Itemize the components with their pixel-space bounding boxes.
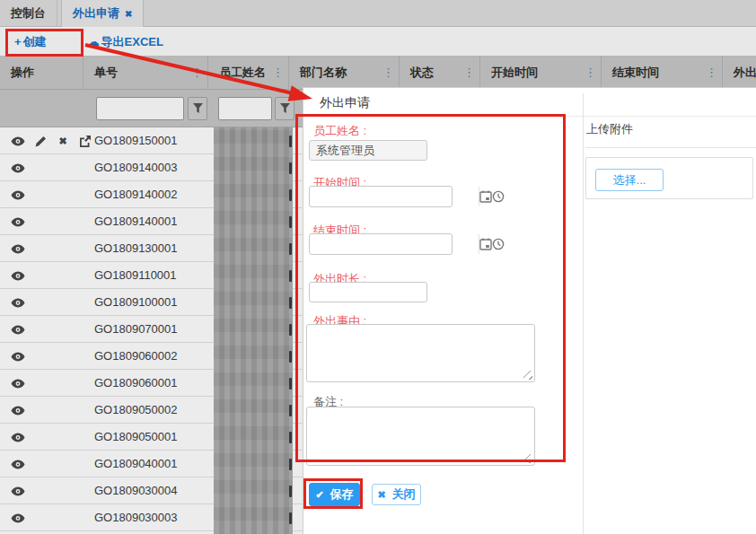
clipped-department-text (289, 459, 292, 470)
column-menu-icon[interactable]: ⋮ (382, 56, 394, 90)
end-time-field[interactable] (310, 234, 479, 254)
resize-handle-icon[interactable] (523, 371, 532, 380)
employee-name-field[interactable] (309, 140, 427, 161)
order-no-filter-input[interactable] (96, 97, 184, 120)
column-header-end-time[interactable]: 结束时间⋮ (602, 56, 723, 90)
view-icon[interactable] (11, 322, 25, 337)
order-number-cell: GO1809140003 (94, 154, 178, 181)
order-number-cell: GO1809040001 (94, 451, 178, 477)
clipped-department-text (289, 512, 292, 524)
tab-console[interactable]: 控制台 (0, 0, 57, 27)
resize-handle-icon[interactable] (523, 454, 532, 463)
create-button[interactable]: + 创建 (14, 34, 47, 50)
tab-outing-request[interactable]: 外出申请✖ (61, 0, 144, 27)
end-time-picker (309, 233, 453, 255)
save-button[interactable]: ✔ 保存 (309, 483, 360, 506)
delete-icon[interactable]: ✖ (56, 134, 70, 148)
edit-icon[interactable] (33, 134, 48, 148)
order-number-cell: GO1809140001 (94, 208, 178, 235)
employee-name-filter-button[interactable] (275, 97, 294, 120)
order-number-cell: GO1809070001 (94, 316, 178, 343)
column-menu-icon[interactable]: ⋮ (191, 56, 203, 90)
order-no-filter-button[interactable] (188, 97, 207, 120)
order-number-cell: GO1809100001 (94, 289, 178, 316)
row-actions: ✖ (11, 504, 92, 531)
view-icon[interactable] (11, 349, 25, 363)
view-icon[interactable] (11, 241, 25, 256)
export-button-label: 导出EXCEL (101, 34, 163, 50)
column-menu-icon[interactable]: ⋮ (585, 56, 596, 90)
remark-textarea-wrap (306, 407, 535, 466)
view-icon[interactable] (11, 430, 25, 444)
outing-request-dialog: 外出申请 员工姓名 : 开始时间 : 结束时间 : 外出时长 : 外 (303, 87, 756, 534)
employee-name-filter-input[interactable] (218, 97, 272, 120)
view-icon[interactable] (11, 161, 25, 175)
export-excel-button[interactable]: ☁ 导出EXCEL (88, 34, 163, 50)
row-actions: ✖ (11, 343, 92, 370)
column-header-start-time[interactable]: 开始时间⋮ (480, 56, 602, 90)
tab-close-icon[interactable]: ✖ (125, 9, 132, 19)
order-number-cell: GO1809050001 (94, 424, 178, 451)
clipped-department-text (289, 432, 292, 443)
clock-icon[interactable] (492, 187, 505, 206)
clipped-department-text (289, 405, 292, 416)
order-number-cell: GO1809110001 (94, 262, 177, 289)
x-icon: ✖ (377, 489, 385, 501)
view-icon[interactable] (11, 484, 25, 498)
remark-textarea[interactable] (307, 407, 534, 465)
redacted-employee-names (214, 127, 293, 534)
clipped-department-text (289, 270, 292, 282)
column-header-outing[interactable]: 外出 (723, 56, 756, 90)
start-time-field[interactable] (310, 187, 479, 206)
order-number-cell: GO1809030003 (94, 504, 178, 531)
clipped-department-text (289, 189, 292, 201)
column-menu-icon[interactable]: ⋮ (272, 56, 284, 90)
column-menu-icon[interactable]: ⋮ (463, 56, 475, 90)
row-actions: ✖ (11, 262, 92, 289)
column-header-employee-name[interactable]: 员工姓名⋮ (208, 56, 289, 90)
duration-field[interactable] (309, 282, 427, 302)
upload-attachment-title: 上传附件 (586, 121, 633, 137)
create-button-label: 创建 (23, 34, 47, 50)
row-actions: ✖ (11, 235, 92, 262)
row-actions: ✖ (11, 370, 92, 397)
table-header: 操作 单号⋮ 员工姓名⋮ 部门名称⋮ 状态⋮ 开始时间⋮ 结束时间⋮ 外出 (0, 56, 756, 90)
row-actions: ✖ (11, 208, 92, 235)
dialog-title: 外出申请 (320, 95, 370, 111)
view-icon[interactable] (11, 403, 25, 417)
column-header-operation: 操作 (0, 56, 84, 90)
column-header-department[interactable]: 部门名称⋮ (289, 56, 400, 90)
row-actions: ✖ (11, 477, 92, 504)
view-icon[interactable] (11, 511, 25, 525)
reason-textarea[interactable] (307, 325, 534, 381)
view-icon[interactable] (11, 188, 25, 202)
view-icon[interactable] (11, 134, 25, 148)
upload-divider-line (585, 147, 756, 148)
calendar-icon[interactable] (479, 234, 492, 254)
select-file-button[interactable]: 选择... (595, 169, 664, 191)
dialog-title-divider (303, 116, 756, 117)
open-icon[interactable] (78, 134, 92, 148)
row-actions: ✖ (11, 397, 92, 424)
view-icon[interactable] (11, 376, 25, 390)
column-header-status[interactable]: 状态⋮ (400, 56, 480, 90)
row-actions: ✖ (11, 424, 92, 451)
view-icon[interactable] (11, 295, 25, 310)
clipped-department-text (289, 297, 292, 309)
view-icon[interactable] (11, 457, 25, 471)
tab-bar: 控制台 外出申请✖ (0, 0, 756, 27)
row-actions: ✖ (11, 289, 92, 316)
clipped-department-text (289, 378, 292, 390)
calendar-icon[interactable] (479, 187, 492, 206)
column-header-order-no[interactable]: 单号⋮ (84, 56, 208, 90)
view-icon[interactable] (11, 268, 25, 283)
column-menu-icon[interactable]: ⋮ (706, 56, 717, 90)
clipped-department-text (289, 324, 292, 336)
close-button[interactable]: ✖ 关闭 (372, 484, 421, 505)
close-button-label: 关闭 (392, 486, 416, 503)
view-icon[interactable] (11, 214, 25, 229)
clipped-department-text (289, 486, 292, 497)
panel-divider (583, 93, 584, 534)
upload-dropzone[interactable]: 选择... (585, 157, 753, 199)
clock-icon[interactable] (492, 234, 505, 254)
